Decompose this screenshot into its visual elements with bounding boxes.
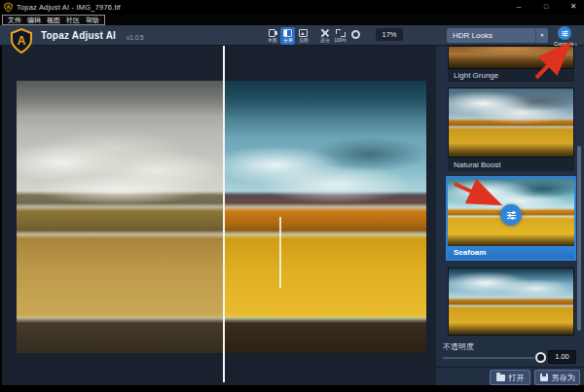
menu-edit[interactable]: 编辑 — [24, 16, 44, 24]
open-button[interactable]: 打开 — [490, 370, 530, 385]
preview-original-half — [17, 81, 223, 353]
preset-label: Natural Boost — [448, 158, 574, 171]
menu-bar: 文件 编辑 视图 社区 帮助 — [0, 15, 584, 25]
save-as-button-label: 另存为 — [552, 373, 575, 383]
menu-view[interactable]: 视图 — [44, 16, 63, 24]
open-button-label: 打开 — [509, 373, 525, 383]
save-as-button[interactable]: 另存为 — [534, 370, 580, 385]
preview-processed-half — [225, 81, 426, 353]
opacity-slider-track[interactable] — [443, 357, 534, 359]
preset-label: Light Grunge — [448, 69, 574, 82]
app-shield-icon: A — [4, 2, 13, 13]
adjust-sliders-icon[interactable] — [500, 204, 522, 226]
menu-community[interactable]: 社区 — [63, 16, 83, 24]
app-version: v1.0.5 — [127, 34, 144, 41]
controls-sliders-icon — [558, 26, 571, 40]
panel-scrollbar[interactable] — [577, 146, 581, 331]
controls-button[interactable]: Controls › — [549, 25, 582, 46]
folder-icon — [496, 374, 505, 381]
preset-thumb-natural-boost[interactable] — [448, 88, 574, 158]
window-title: Topaz Adjust AI - IMG_7976.tif — [17, 0, 121, 15]
zoom-100-icon — [336, 29, 346, 37]
svg-text:A: A — [7, 5, 11, 10]
original-image-icon — [299, 29, 308, 37]
title-bar: A Topaz Adjust AI - IMG_7976.tif – □ ✕ — [0, 0, 584, 15]
dropdown-caret-icon[interactable]: ▼ — [535, 28, 548, 43]
original-view-button[interactable]: 原图 — [296, 27, 310, 45]
preset-thumb[interactable] — [448, 267, 574, 336]
maximize-button[interactable]: □ — [535, 0, 557, 15]
zoom-level-badge: 17% — [376, 28, 403, 41]
single-view-button[interactable]: 单图 — [265, 27, 279, 45]
split-divider-handle[interactable] — [223, 46, 225, 382]
bottom-edge — [0, 385, 584, 392]
app-logo-shield-icon: A — [10, 28, 33, 53]
split-view-icon — [283, 29, 292, 37]
split-view-button[interactable]: 分屏 — [280, 27, 295, 45]
app-window: A Topaz Adjust AI - IMG_7976.tif – □ ✕ 文… — [0, 0, 584, 392]
svg-text:A: A — [18, 34, 26, 48]
opacity-label: 不透明度 — [443, 341, 474, 352]
minimize-button[interactable]: – — [508, 0, 529, 15]
app-title: Topaz Adjust AI — [41, 30, 116, 41]
fit-arrows-icon — [320, 29, 329, 37]
menu-help[interactable]: 帮助 — [83, 16, 102, 24]
single-view-icon — [269, 29, 275, 37]
fit-zoom-button[interactable]: 适合 — [317, 27, 332, 45]
preset-category-dropdown[interactable]: HDR Looks — [447, 28, 535, 43]
menu-group: 文件 编辑 视图 社区 帮助 — [2, 15, 105, 25]
opacity-value: 1.00 — [548, 350, 576, 364]
opacity-slider-handle[interactable] — [535, 352, 546, 363]
preset-label-selected: Seafoam — [448, 246, 574, 259]
panel-separator — [436, 367, 584, 368]
save-disk-icon — [540, 374, 548, 381]
zoom-100-button[interactable]: 100% — [333, 27, 347, 45]
close-button[interactable]: ✕ — [563, 0, 584, 15]
loupe-ring-icon[interactable] — [351, 30, 360, 39]
preset-thumb-light-grunge[interactable] — [448, 46, 574, 69]
preset-thumb-seafoam-selected[interactable]: Seafoam — [446, 176, 576, 261]
menu-file[interactable]: 文件 — [5, 16, 24, 24]
